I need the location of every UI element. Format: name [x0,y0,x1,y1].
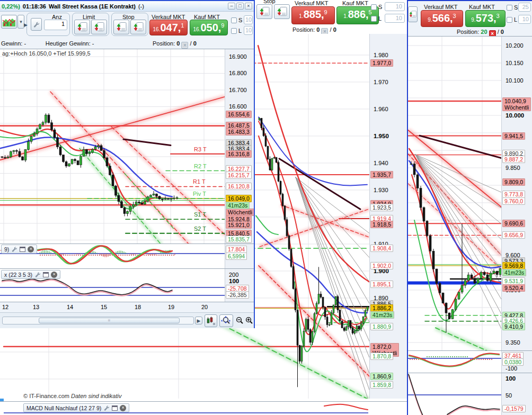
price-tag: 16.316,8 [226,150,252,158]
detach-window-icon[interactable] [43,272,49,277]
l-checkbox[interactable] [371,16,377,22]
buy-mkt-label: Kauf MKT [342,0,368,6]
price-tag: 41m23s [370,311,394,319]
order-doc-icon [116,22,127,32]
chart-area-3[interactable]: 10.20010.15010.10010.0009.8509.6009.5009… [408,36,532,350]
indicator-pane-stochastic: 10050-0,1579 [408,373,532,415]
limit-sell-button[interactable] [74,20,90,34]
detach-window-icon[interactable] [112,405,118,411]
chart-fit-button[interactable] [205,314,217,327]
price-tag: 9.531,9 [502,277,525,285]
position-label: Position: [292,26,315,33]
position-count: 0 [176,40,180,47]
l-input[interactable]: 10 [518,15,531,24]
axis-tick: 1.950 [374,133,389,139]
flatten-position-icon[interactable]: × [181,42,188,49]
close-pane-icon[interactable]: × [28,246,34,252]
time-axis[interactable]: 12131415181920 [0,302,254,312]
l-input[interactable]: 10 [244,26,253,35]
minimize-button[interactable]: – [228,3,235,10]
s-input[interactable]: 10 [244,15,253,24]
s-input[interactable]: 10 [385,2,405,11]
close-button[interactable]: × [245,3,252,10]
day-high-low-text: ag:+Hoch 16.050,0 +Tief 15.999,5 [2,50,91,57]
stochastic-pane-header[interactable]: x (22 3 5 3) × [1,270,60,279]
l-input[interactable]: 10 [385,14,405,23]
price-tag: 41m23s [226,202,250,209]
macd-pane-header[interactable]: 9) × [1,245,37,254]
stop-sell-button[interactable] [113,20,129,34]
price-tag: 1.923,5 [370,204,393,211]
sell-market-button[interactable]: 16.047,1 [149,20,188,35]
axis-tick: 1.930 [374,187,388,193]
limit-buy-button[interactable] [91,20,107,34]
position-count: 0 [316,26,320,33]
sell-market-button[interactable]: 9.566,3 [421,10,463,27]
order-doc-icon [132,22,144,32]
scroll-right-button[interactable]: ▶ [195,317,202,324]
chart-type-button[interactable] [1,15,17,29]
l-label: L [514,16,517,23]
macd-pane-header[interactable]: MACD Null Nachlauf (12 27 9) × [23,403,129,412]
title-suffix: (-) [138,3,144,10]
stop-buy-button-partial[interactable] [408,6,418,22]
wrench-icon[interactable] [103,405,110,411]
stop-sell-button[interactable] [256,4,272,19]
chart-area-1[interactable]: ag:+Hoch 16.050,0 +Tief 15.999,5 R3 TR2 … [0,49,254,243]
stop-buy-button[interactable] [274,4,290,19]
price-axis-1[interactable]: 16.90016.80016.70016.60016.554,616.487,5… [225,49,254,243]
sell-market-button[interactable]: 1.885,9 [291,6,335,24]
zoom-in-button[interactable] [245,314,253,327]
clock: 01:18:36 [23,3,46,10]
maximize-button[interactable]: □ [236,3,244,10]
gewinn-label: Gewinn: [1,40,22,47]
order-toolbar: ▾ ▶ Anz 1 Limit Stop Verkauf MKT 16.047,… [0,12,254,38]
anz-input[interactable]: 1 [44,20,67,30]
wrench-icon[interactable] [34,272,41,278]
macd-pane-title: MACD Null Nachlauf (12 27 9) [26,405,101,411]
order-settings-button[interactable] [31,18,42,31]
buy-market-button[interactable]: 16.050,9 [190,20,228,35]
h-scrollbar-track[interactable]: ≡ [2,317,194,324]
price-axis-2[interactable]: 1.9801.9701.9601.9501.9401.9301.9101.900… [369,34,407,399]
price-tag: 15.921,0 [226,221,252,229]
stop-buy-button[interactable] [130,20,146,34]
buy-price-prefix: 1. [343,13,348,19]
main-chart-svg-1: R3 TR2 TR1 TPiv TS1 TS2 T [0,49,225,243]
s-checkbox[interactable] [507,5,512,11]
s-checkbox[interactable] [231,17,237,23]
wrench-icon[interactable] [11,246,17,252]
price-tag: 1.902,0 [370,262,393,269]
l-label: L [238,28,242,34]
instrument-name: Wall Street Kassa (1E Kontrakt) [49,3,136,10]
price-tag: Wöchentli [226,209,254,216]
price-tag: 1.935,7 [370,171,393,178]
title-bar[interactable]: 0,22%) 01:18:36 Wall Street Kassa (1E Ko… [0,1,254,12]
axis-tick: 16.900 [229,53,247,60]
h-scrollbar-thumb[interactable]: ≡ [39,318,180,323]
close-pane-icon[interactable]: × [51,272,57,278]
position-label: Position: [457,29,479,35]
buy-market-button[interactable]: 9.573,3 [465,10,506,27]
sell-mkt-label: Verkauf MKT [295,0,329,6]
price-tag: 1.880,9 [370,323,393,330]
time-axis-label: 18 [135,304,141,310]
s-checkbox[interactable] [371,4,377,10]
detach-window-icon[interactable] [20,247,25,252]
l-checkbox[interactable] [231,28,237,34]
price-axis-3[interactable]: 10.20010.15010.10010.0009.8509.6009.5009… [501,37,532,350]
zoom-out-button[interactable] [235,314,244,327]
chart-bottom-bar: ≡ ▶ [0,312,254,328]
position-label: Position: [153,40,175,47]
price-tag: 16.554,6 [226,111,252,118]
magnifier-minus-icon [235,317,244,325]
l-checkbox[interactable] [507,17,512,23]
zoom-pan-button[interactable] [219,314,233,327]
close-pane-icon[interactable]: × [120,405,126,411]
s-input[interactable]: 25 [518,3,531,12]
data-credit: © IT-Finance.com Daten sind indikativ [23,393,121,399]
svg-text:R2 T: R2 T [194,163,207,169]
axis-tick: 50 [506,392,512,399]
stop-group-label: Stop [263,0,276,4]
collapse-arrow-icon[interactable]: ▶ [23,20,28,30]
